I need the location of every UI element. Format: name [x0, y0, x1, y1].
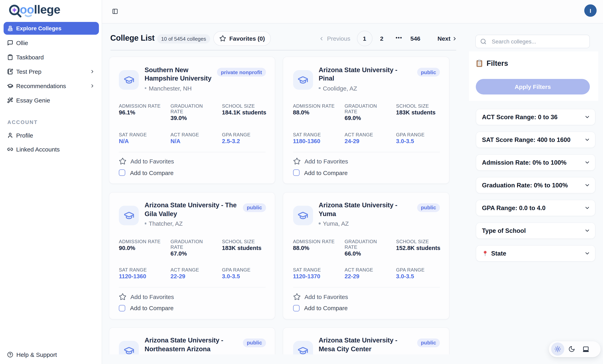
svg-text:oollege: oollege	[20, 4, 60, 16]
